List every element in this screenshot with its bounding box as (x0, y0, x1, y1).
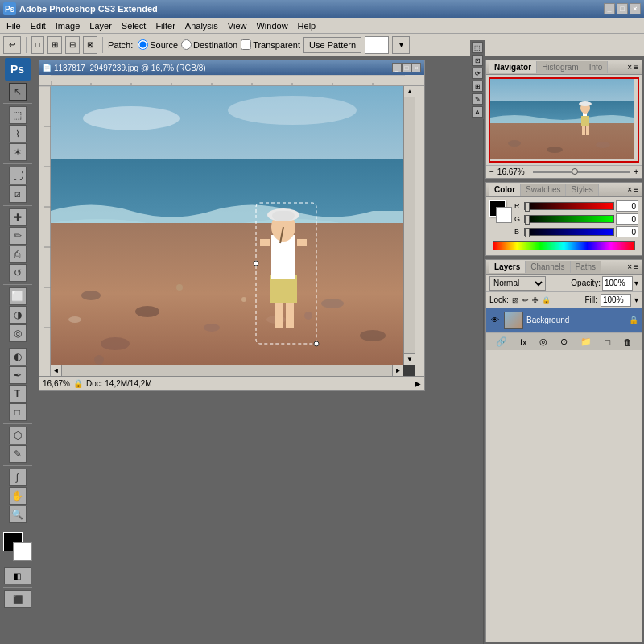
doc-close[interactable]: × (411, 63, 421, 72)
tool-eyedropper[interactable]: ∫ (9, 469, 27, 486)
zoom-slider[interactable] (533, 171, 630, 173)
scroll-bottom[interactable]: ◄ ► (51, 365, 403, 376)
close-btn[interactable]: × (630, 3, 641, 14)
tab-layers[interactable]: Layers (489, 261, 526, 273)
zoom-in-btn[interactable]: + (634, 167, 638, 176)
marquee-opt-3[interactable]: ⊟ (65, 36, 80, 54)
minimize-btn[interactable]: _ (604, 3, 615, 14)
fill-input[interactable] (601, 294, 631, 307)
tool-gradient[interactable]: ◑ (9, 306, 27, 324)
marquee-opt-1[interactable]: □ (31, 36, 44, 54)
marquee-opt-4[interactable]: ⊠ (83, 36, 97, 54)
scroll-right-indicator[interactable]: ▶ (415, 379, 421, 388)
blue-thumb[interactable] (525, 228, 530, 237)
pattern-dropdown[interactable]: ▾ (392, 36, 410, 54)
layers-panel-close[interactable]: × (627, 262, 632, 271)
lock-transparent-btn[interactable]: ▨ (512, 296, 519, 304)
menu-file[interactable]: File (2, 19, 26, 32)
tool-lasso[interactable]: ⌇ (9, 125, 27, 142)
doc-minimize[interactable]: _ (392, 63, 402, 72)
menu-window[interactable]: Window (251, 19, 292, 32)
panel-close-btn[interactable]: × (627, 63, 632, 72)
blue-slider[interactable] (524, 228, 614, 236)
menu-help[interactable]: Help (293, 19, 321, 32)
scroll-up-btn[interactable]: ▲ (404, 86, 415, 97)
tool-history-brush[interactable]: ↺ (9, 264, 27, 282)
green-slider[interactable] (524, 215, 614, 223)
tool-3d[interactable]: ⬡ (9, 427, 27, 444)
menu-edit[interactable]: Edit (26, 19, 51, 32)
doc-maximize[interactable]: □ (402, 63, 411, 72)
add-adjustment-btn[interactable]: ⊙ (560, 336, 568, 347)
bg-color-swatch[interactable] (496, 207, 512, 223)
menu-image[interactable]: Image (51, 19, 85, 32)
tab-color[interactable]: Color (489, 184, 521, 196)
tool-pen[interactable]: ✒ (9, 366, 27, 384)
lock-move-btn[interactable]: ✙ (532, 296, 539, 304)
menu-select[interactable]: Select (117, 19, 151, 32)
tool-stamp[interactable]: ⎙ (9, 246, 27, 263)
menu-filter[interactable]: Filter (151, 19, 180, 32)
add-style-btn[interactable]: fx (520, 337, 527, 347)
lock-all-btn[interactable]: 🔒 (542, 296, 551, 304)
use-pattern-button[interactable]: Use Pattern (303, 37, 361, 53)
marquee-opt-2[interactable]: ⊞ (47, 36, 62, 54)
delete-layer-btn[interactable]: 🗑 (623, 337, 632, 347)
tool-hand[interactable]: ✋ (9, 487, 27, 505)
tab-info[interactable]: Info (584, 61, 609, 73)
menu-layer[interactable]: Layer (85, 19, 117, 32)
tool-marquee[interactable]: ⬚ (9, 106, 27, 124)
opacity-input[interactable] (602, 276, 633, 291)
tool-blur[interactable]: ◎ (9, 324, 27, 342)
tool-annotate[interactable]: ✎ (9, 445, 27, 463)
tool-zoom[interactable]: 🔍 (9, 506, 27, 523)
zoom-slider-thumb[interactable] (572, 168, 578, 175)
screen-mode[interactable]: ⬛ (4, 590, 31, 608)
fg-bg-colors[interactable] (3, 532, 32, 561)
strip-btn-6[interactable]: A (472, 106, 483, 118)
tab-swatches[interactable]: Swatches (521, 184, 566, 196)
link-layers-btn[interactable]: 🔗 (496, 336, 507, 347)
maximize-btn[interactable]: □ (617, 3, 628, 14)
layers-panel-menu[interactable]: ≡ (634, 262, 638, 271)
zoom-out-btn[interactable]: − (489, 167, 494, 176)
scroll-right-btn[interactable]: ► (392, 365, 403, 377)
destination-radio[interactable]: Destination (181, 39, 237, 50)
tool-crop[interactable]: ⛶ (9, 167, 27, 184)
scroll-right[interactable]: ▲ ▼ (403, 86, 415, 365)
scroll-left-btn[interactable]: ◄ (51, 365, 62, 377)
background-color[interactable] (13, 542, 32, 561)
tool-magic-wand[interactable]: ✶ (9, 143, 27, 161)
tool-heal[interactable]: ✚ (9, 208, 27, 226)
fill-dropdown[interactable]: ▾ (634, 295, 638, 304)
lock-paint-btn[interactable]: ✏ (522, 296, 529, 304)
strip-btn-4[interactable]: ⊞ (472, 80, 483, 92)
tab-histogram[interactable]: Histogram (537, 61, 584, 73)
quick-mask[interactable]: ◧ (4, 567, 31, 584)
transparent-checkbox[interactable]: Transparent (241, 39, 300, 50)
color-panel-close[interactable]: × (627, 185, 632, 194)
color-panel-menu[interactable]: ≡ (634, 185, 638, 194)
add-group-btn[interactable]: 📁 (580, 336, 592, 347)
menu-analysis[interactable]: Analysis (180, 19, 223, 32)
tool-slice[interactable]: ⧄ (9, 185, 27, 203)
add-mask-btn[interactable]: ◎ (539, 336, 547, 347)
layer-visibility-btn[interactable]: 👁 (489, 315, 501, 326)
tab-paths[interactable]: Paths (571, 261, 602, 273)
tab-navigator[interactable]: Navigator (489, 61, 537, 73)
panel-menu-btn[interactable]: ≡ (634, 63, 638, 72)
green-value[interactable] (616, 213, 638, 225)
blue-value[interactable] (616, 226, 638, 237)
opacity-dropdown[interactable]: ▾ (634, 279, 638, 287)
red-value[interactable] (616, 200, 638, 212)
blend-mode-select[interactable]: Normal (489, 276, 546, 291)
tool-shape[interactable]: □ (9, 403, 27, 421)
color-spectrum[interactable] (493, 241, 635, 250)
green-thumb[interactable] (525, 215, 530, 225)
red-thumb[interactable] (525, 202, 530, 212)
red-slider[interactable] (524, 202, 614, 210)
tab-styles[interactable]: Styles (566, 184, 598, 196)
strip-btn-5[interactable]: ✎ (472, 93, 483, 105)
tool-brush[interactable]: ✏ (9, 227, 27, 245)
source-radio[interactable]: Source (138, 39, 178, 50)
